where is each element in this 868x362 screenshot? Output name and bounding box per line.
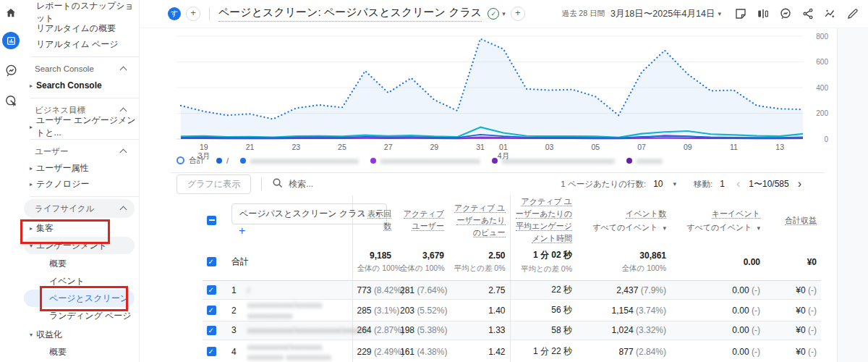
legend-dot-icon xyxy=(626,158,632,164)
divider xyxy=(30,196,139,197)
row-checkbox[interactable] xyxy=(207,347,216,356)
table-header: ページパスとスクリーン クラス▾+ ↓ 表示回数 アクティブ ユーザー アクティ… xyxy=(203,195,821,245)
legend-dot-icon xyxy=(216,158,222,164)
sidebar-item-landing-page[interactable]: ランディング ページ xyxy=(22,308,139,324)
goto-value[interactable]: 1 xyxy=(720,179,725,189)
row-checkbox[interactable] xyxy=(207,326,216,335)
chart-legend: 合計 / xxxxxxxxxxxxxxxxxxxxxxxxx xxxxxxxxx… xyxy=(176,155,663,166)
plot-rows-button[interactable]: グラフに表示 xyxy=(176,174,251,194)
svg-text:07: 07 xyxy=(637,143,646,151)
table-toolbar: グラフに表示 検索... 1 ページあたりの行数: 10 ▾ 移動: 1 ‹ 1… xyxy=(171,172,825,195)
table-row: 1 / 773 (8.42%) 281 (7.64%) 2.75 22 秒 2,… xyxy=(203,281,821,300)
column-header-revenue[interactable]: 合計収益 xyxy=(765,195,821,245)
report-title[interactable]: ページとスクリーン: ページパスとスクリーン クラス xyxy=(218,6,482,22)
header-right: 過去 28 日間 3月18日〜2025年4月14日 ▾ xyxy=(561,6,868,22)
svg-text:01: 01 xyxy=(499,143,508,151)
legend-item-root-path[interactable]: / xyxy=(216,156,229,165)
sidebar-item-user-attributes[interactable]: ▸ユーザー属性 xyxy=(22,160,139,176)
page-path-redacted: xxxxxxxxxx/xxxxxxxxxx/xxxxxx xyxy=(247,326,370,334)
home-icon[interactable] xyxy=(2,4,20,22)
legend-item-redacted-3[interactable]: xxxxxxxxxxxxxxxxxxxxxxxxxx xyxy=(492,156,615,165)
sidebar-item-monetization[interactable]: ▾収益化 xyxy=(22,327,139,342)
svg-text:19: 19 xyxy=(200,143,208,151)
edit-icon[interactable] xyxy=(845,6,861,22)
search-placeholder: 検索... xyxy=(289,178,313,190)
row-checkbox[interactable] xyxy=(207,306,216,315)
svg-text:800: 800 xyxy=(816,33,828,41)
page-path-redacted: xxxxxxxxxx/xxxxxx xxxxxxxxxx xyxy=(247,300,323,319)
totals-label: 合計 xyxy=(227,245,352,281)
sidebar-item-label: リアルタイム ページ xyxy=(36,38,119,51)
legend-dot-icon xyxy=(370,158,376,164)
section-header-search-console[interactable]: Search Console xyxy=(22,60,139,77)
add-comparison-button[interactable]: + xyxy=(186,7,200,21)
sidebar-item-acquisition[interactable]: ▸集客 xyxy=(22,220,139,236)
pagination: 1 ページあたりの行数: 10 ▾ 移動: 1 ‹ 1〜10/585 › xyxy=(561,178,825,190)
prev-page-icon[interactable]: ‹ xyxy=(732,178,744,190)
legend-item-redacted-2[interactable]: xxxxxxxxxxxxxxxxxxxxxxx xyxy=(370,156,480,165)
sidebar-item-search-console[interactable]: ▸Search Console xyxy=(22,77,139,93)
legend-item-redacted-1[interactable]: xxxxxxxxxxxxxxxxxxxxxxxxx xyxy=(240,156,359,165)
svg-text:13: 13 xyxy=(775,143,784,151)
add-dimension-button[interactable]: + xyxy=(239,224,245,237)
row-checkbox[interactable] xyxy=(207,257,216,266)
sidebar-item-user-engagement[interactable]: ▸ユーザー エンゲージメントと... xyxy=(22,119,139,135)
divider xyxy=(30,139,139,140)
column-header-key-events[interactable]: キーイベントすべてのイベント ▾ xyxy=(671,195,765,245)
sidebar-item-realtime-pages[interactable]: リアルタイム ページ xyxy=(22,36,139,52)
sidebar-item-monetization-overview[interactable]: 概要 xyxy=(22,344,139,360)
svg-text:200: 200 xyxy=(816,109,828,117)
legend-ring-icon xyxy=(176,156,184,164)
date-range-label: 過去 28 日間 xyxy=(561,9,605,19)
sidebar-item-events[interactable]: イベント xyxy=(22,273,139,289)
chevron-down-icon[interactable]: ▾ xyxy=(757,224,760,232)
legend-item-redacted-4[interactable]: xxxxxx xyxy=(626,156,663,165)
sidebar-item-technology[interactable]: ▸テクノロジー xyxy=(22,176,139,192)
insights-spark-icon[interactable] xyxy=(822,6,838,22)
divider xyxy=(209,7,210,20)
svg-text:03: 03 xyxy=(545,143,554,151)
chart-svg: 0200400600800193月212325272931014月0305070… xyxy=(174,30,835,165)
column-header-avg-engagement[interactable]: アクティブ ユーザーあたりの平均エンゲージメント時間 xyxy=(510,195,576,245)
date-range-value[interactable]: 3月18日〜2025年4月14日 xyxy=(610,8,715,20)
note-icon[interactable] xyxy=(733,6,749,22)
add-metric-button[interactable]: + xyxy=(511,7,525,21)
next-page-icon[interactable]: › xyxy=(793,178,806,190)
sidebar-item-snapshot[interactable]: レポートのスナップショット xyxy=(22,4,139,20)
select-all-checkbox[interactable] xyxy=(207,216,216,225)
chevron-down-icon[interactable]: ▾ xyxy=(673,180,677,188)
sidebar-item-pages-and-screens[interactable]: ページとスクリーン xyxy=(22,290,139,306)
comparison-icon[interactable] xyxy=(755,6,771,22)
insights-circle-icon[interactable] xyxy=(778,6,793,22)
share-icon[interactable] xyxy=(800,6,816,22)
segment-chip[interactable]: す xyxy=(168,7,181,20)
table-row: 4 xxxxxxxxx/xxxxxxx xxxxxxxx xxxxxxxxxx … xyxy=(203,340,821,362)
sidebar-item-realtime-overview[interactable]: リアルタイムの概要 xyxy=(22,20,139,36)
column-header-events[interactable]: イベント数すべてのイベント ▾ xyxy=(576,195,671,245)
svg-text:05: 05 xyxy=(591,143,600,151)
explore-icon[interactable] xyxy=(2,62,20,79)
report-table: ページパスとスクリーン クラス▾+ ↓ 表示回数 アクティブ ユーザー アクティ… xyxy=(203,195,821,362)
section-header-lifecycle[interactable]: ライフサイクル xyxy=(22,200,139,217)
totals-row: 合計 9,185全体の 100% 3,679全体の 100% 2.50平均との差… xyxy=(203,245,821,281)
time-series-chart[interactable]: 0200400600800193月212325272931014月0305070… xyxy=(174,30,835,165)
advertising-icon[interactable] xyxy=(2,92,20,109)
report-nav-sidebar: レポートのスナップショット リアルタイムの概要 リアルタイム ページ Searc… xyxy=(22,0,140,362)
svg-text:600: 600 xyxy=(816,58,828,66)
chevron-down-icon[interactable]: ▾ xyxy=(502,10,506,17)
legend-item-total[interactable]: 合計 xyxy=(176,155,205,166)
table-search[interactable]: 検索... xyxy=(272,177,313,190)
reports-icon[interactable] xyxy=(2,32,20,49)
chevron-down-icon[interactable]: ▾ xyxy=(718,10,721,17)
sidebar-item-engagement[interactable]: ▾エンゲージメント xyxy=(22,237,139,253)
row-checkbox[interactable] xyxy=(207,285,216,295)
section-header-user[interactable]: ユーザー xyxy=(22,143,139,160)
collapse-icon xyxy=(120,67,127,74)
column-header-views-per-user[interactable]: アクティブ ユーザーあたりのビュー xyxy=(448,195,510,245)
sidebar-item-engagement-overview[interactable]: 概要 xyxy=(22,256,139,272)
column-header-active-users[interactable]: アクティブ ユーザー xyxy=(396,195,448,245)
sidebar-item-label: リアルタイムの概要 xyxy=(36,22,116,35)
page-path-redacted: / xyxy=(247,286,250,295)
rows-per-page-value[interactable]: 10 xyxy=(653,179,663,189)
chevron-down-icon[interactable]: ▾ xyxy=(663,224,666,232)
